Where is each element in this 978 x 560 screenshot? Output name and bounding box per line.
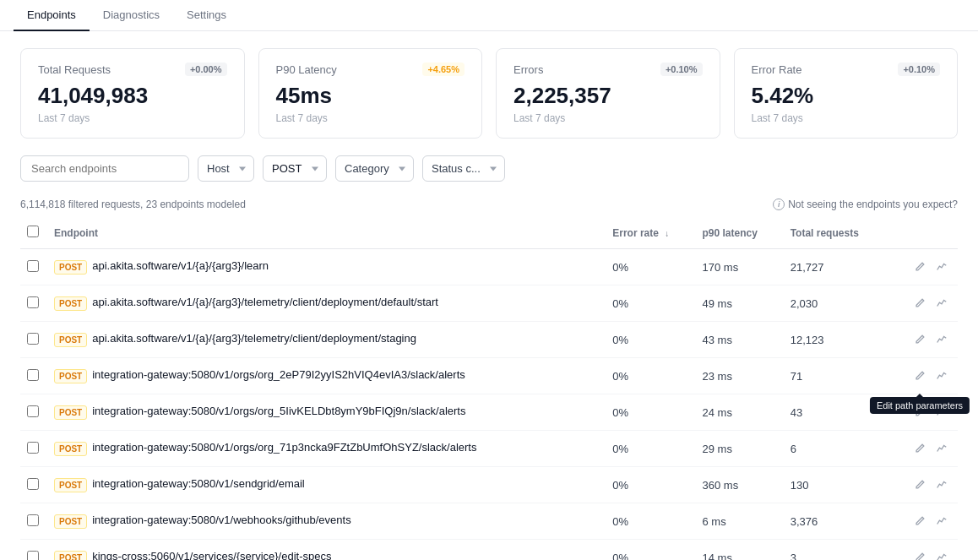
edit-icon-6[interactable] xyxy=(910,476,929,494)
stat-title-total-requests: Total Requests xyxy=(38,63,111,76)
edit-icon-0[interactable] xyxy=(910,258,929,276)
chart-icon-2[interactable] xyxy=(932,330,951,349)
error-rate-cell-1: 0% xyxy=(606,285,695,322)
error-rate-cell-3: 0% xyxy=(606,358,695,394)
table-row: POSTintegration-gateway:5080/v1/orgs/org… xyxy=(20,431,958,467)
total-requests-cell-5: 6 xyxy=(784,431,888,467)
edit-path-btn-3[interactable]: Edit path parameters xyxy=(910,367,929,385)
total-requests-cell-7: 3,376 xyxy=(784,503,888,540)
endpoint-path-6: integration-gateway:5080/v1/sendgrid/ema… xyxy=(92,477,305,490)
host-filter[interactable]: Host xyxy=(198,155,254,182)
row-checkbox-1[interactable] xyxy=(27,296,39,308)
stat-card-total-requests: Total Requests +0.00% 41,049,983 Last 7 … xyxy=(20,48,245,139)
tabs-nav: Endpoints Diagnostics Settings xyxy=(0,0,978,31)
stat-badge-total-requests: +0.00% xyxy=(185,63,227,76)
stat-value-p90-latency: 45ms xyxy=(276,83,465,109)
row-checkbox-7[interactable] xyxy=(27,514,39,526)
endpoint-path-4: integration-gateway:5080/v1/orgs/org_5Ii… xyxy=(92,405,465,417)
endpoint-path-5: integration-gateway:5080/v1/orgs/org_71p… xyxy=(92,441,476,454)
edit-icon-5[interactable] xyxy=(910,439,929,458)
summary-row: 6,114,818 filtered requests, 23 endpoint… xyxy=(0,192,978,217)
method-filter[interactable]: POST xyxy=(263,155,327,182)
error-rate-cell-6: 0% xyxy=(606,467,695,503)
latency-cell-4: 24 ms xyxy=(696,394,784,431)
endpoint-path-7: integration-gateway:5080/v1/webhooks/git… xyxy=(92,514,350,526)
row-checkbox-6[interactable] xyxy=(27,478,39,490)
stat-value-errors: 2,225,357 xyxy=(513,83,703,109)
edit-icon-2[interactable] xyxy=(910,330,929,349)
method-badge-3: POST xyxy=(54,369,87,383)
actions-cell-3: Edit path parameters xyxy=(888,358,958,394)
table-row: POSTapi.akita.software/v1/{a}/{arg3}/lea… xyxy=(20,249,958,285)
chart-icon-5[interactable] xyxy=(932,439,951,458)
status-filter[interactable]: Status c... xyxy=(422,155,505,182)
col-error-rate[interactable]: Error rate ↓ xyxy=(606,217,695,249)
latency-cell-1: 49 ms xyxy=(696,285,784,322)
edit-path-tooltip-3: Edit path parameters xyxy=(870,397,970,414)
actions-cell-0 xyxy=(888,249,958,285)
col-checkbox xyxy=(20,217,47,249)
chart-icon-3[interactable] xyxy=(932,367,951,385)
stat-card-p90-latency: P90 Latency +4.65% 45ms Last 7 days xyxy=(258,48,483,139)
total-requests-cell-0: 21,727 xyxy=(784,249,888,285)
error-rate-cell-2: 0% xyxy=(606,322,695,358)
method-badge-8: POST xyxy=(54,551,87,560)
chart-icon-6[interactable] xyxy=(932,476,951,494)
latency-cell-3: 23 ms xyxy=(696,358,784,394)
error-rate-cell-4: 0% xyxy=(606,394,695,431)
filters-row: Host POST Category Status c... xyxy=(0,155,978,192)
stat-period-errors: Last 7 days xyxy=(513,112,703,124)
category-filter[interactable]: Category xyxy=(335,155,414,182)
method-badge-7: POST xyxy=(54,514,87,529)
total-requests-cell-8: 3 xyxy=(784,540,888,561)
host-filter-wrapper: Host xyxy=(198,155,254,182)
table-row: POSTapi.akita.software/v1/{a}/{arg3}/tel… xyxy=(20,285,958,322)
status-filter-wrapper: Status c... xyxy=(422,155,505,182)
endpoint-path-2: api.akita.software/v1/{a}/{arg3}/telemet… xyxy=(92,332,416,345)
table-row: POSTkings-cross:5060/v1/services/{servic… xyxy=(20,540,958,561)
error-rate-cell-8: 0% xyxy=(606,540,695,561)
edit-icon-3[interactable] xyxy=(910,367,929,385)
method-badge-6: POST xyxy=(54,478,87,492)
endpoint-path-3: integration-gateway:5080/v1/orgs/org_2eP… xyxy=(92,368,465,381)
row-checkbox-0[interactable] xyxy=(27,260,39,272)
search-input[interactable] xyxy=(20,155,189,182)
table-row: POSTintegration-gateway:5080/v1/sendgrid… xyxy=(20,467,958,503)
error-rate-cell-5: 0% xyxy=(606,431,695,467)
endpoint-path-1: api.akita.software/v1/{a}/{arg3}/telemet… xyxy=(92,296,438,308)
col-p90-latency: p90 latency xyxy=(696,217,784,249)
actions-cell-8 xyxy=(888,540,958,561)
edit-icon-1[interactable] xyxy=(910,294,929,313)
row-checkbox-4[interactable] xyxy=(27,405,39,417)
latency-cell-6: 360 ms xyxy=(696,467,784,503)
chart-icon-0[interactable] xyxy=(932,258,951,276)
chart-icon-1[interactable] xyxy=(932,294,951,313)
stat-card-error-rate: Error Rate +0.10% 5.42% Last 7 days xyxy=(734,48,959,139)
row-checkbox-5[interactable] xyxy=(27,442,39,454)
method-badge-0: POST xyxy=(54,260,87,275)
help-label: Not seeing the endpoints you expect? xyxy=(788,198,958,210)
col-actions xyxy=(888,217,958,249)
edit-icon-8[interactable] xyxy=(910,548,929,560)
tab-endpoints[interactable]: Endpoints xyxy=(14,0,90,31)
actions-cell-5 xyxy=(888,431,958,467)
latency-cell-7: 6 ms xyxy=(696,503,784,540)
row-checkbox-2[interactable] xyxy=(27,333,39,345)
row-checkbox-8[interactable] xyxy=(27,551,39,561)
latency-cell-5: 29 ms xyxy=(696,431,784,467)
endpoint-path-8: kings-cross:5060/v1/services/{service}/e… xyxy=(92,550,331,560)
row-checkbox-3[interactable] xyxy=(27,369,39,381)
chart-icon-8[interactable] xyxy=(932,548,951,560)
method-badge-4: POST xyxy=(54,405,87,420)
stat-badge-errors: +0.10% xyxy=(660,63,703,76)
stat-title-errors: Errors xyxy=(513,63,543,76)
total-requests-cell-3: 71 xyxy=(784,358,888,394)
select-all-checkbox[interactable] xyxy=(27,226,39,237)
error-rate-sort-icon: ↓ xyxy=(665,229,669,238)
tab-diagnostics[interactable]: Diagnostics xyxy=(90,0,173,31)
edit-icon-7[interactable] xyxy=(910,512,929,530)
chart-icon-7[interactable] xyxy=(932,512,951,530)
tab-settings[interactable]: Settings xyxy=(173,0,240,31)
help-text: i Not seeing the endpoints you expect? xyxy=(773,198,958,210)
latency-cell-8: 14 ms xyxy=(696,540,784,561)
